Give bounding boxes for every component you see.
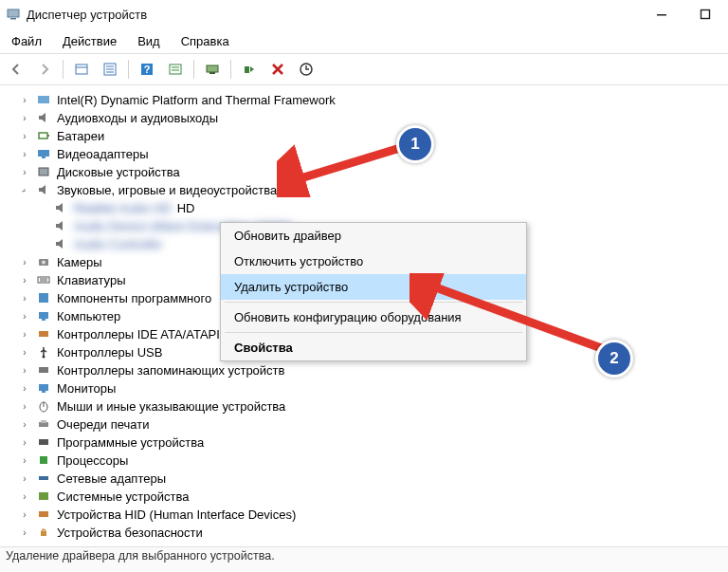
chevron-right-icon[interactable]: › (19, 437, 30, 448)
svg-rect-32 (42, 319, 46, 321)
svg-rect-24 (39, 168, 48, 175)
svg-rect-44 (39, 476, 48, 480)
svg-rect-12 (170, 65, 181, 74)
tree-node[interactable]: › Мониторы (19, 379, 728, 397)
system-device-icon (36, 489, 51, 504)
tree-node-label: Мониторы (57, 381, 116, 396)
details-button[interactable] (163, 57, 188, 82)
chevron-right-icon[interactable]: › (19, 149, 30, 159)
tree-node[interactable]: › Аудиовходы и аудиовыходы (19, 109, 728, 126)
minimize-button[interactable] (650, 3, 673, 26)
enable-device-button[interactable] (237, 57, 262, 82)
svg-rect-33 (39, 331, 48, 337)
tree-node-label-suffix: HD (177, 201, 195, 215)
menu-file[interactable]: Файл (8, 32, 46, 50)
battery-icon (36, 128, 51, 143)
chevron-right-icon[interactable]: › (19, 509, 30, 520)
toolbar-separator (193, 60, 194, 79)
tree-node[interactable]: › Процессоры (19, 452, 728, 469)
svg-rect-0 (8, 9, 19, 17)
monitor-icon (36, 380, 51, 396)
chevron-right-icon[interactable]: › (19, 113, 30, 123)
scan-hardware-button[interactable] (294, 57, 318, 82)
forward-button[interactable] (32, 57, 57, 82)
chevron-right-icon[interactable]: › (19, 329, 30, 340)
menu-action[interactable]: Действие (59, 32, 120, 50)
ctx-update-driver[interactable]: Обновить драйвер (221, 223, 526, 249)
svg-rect-1 (10, 18, 16, 20)
chevron-right-icon[interactable]: › (19, 257, 30, 268)
svg-rect-37 (42, 391, 46, 393)
tree-node[interactable]: › Сетевые адаптеры (19, 470, 728, 487)
update-driver-toolbar-button[interactable] (200, 57, 225, 82)
sound-device-icon (53, 218, 68, 233)
tree-node[interactable]: › Программные устройства (19, 434, 728, 451)
chevron-right-icon[interactable]: › (19, 527, 30, 538)
chevron-right-icon[interactable]: › (19, 275, 30, 286)
security-device-icon (36, 525, 51, 540)
svg-rect-2 (657, 14, 666, 16)
svg-rect-4 (76, 65, 87, 74)
svg-rect-46 (39, 511, 48, 517)
show-hidden-button[interactable] (69, 57, 94, 82)
chevron-right-icon[interactable]: › (19, 365, 30, 376)
chevron-right-icon[interactable]: › (19, 491, 30, 502)
properties-toolbar-button[interactable] (98, 57, 122, 82)
chevron-right-icon[interactable]: › (19, 455, 30, 466)
chevron-right-icon[interactable]: › (19, 401, 30, 412)
help-toolbar-button[interactable]: ? (135, 57, 159, 82)
tree-node-label: Realtek Audio HD (74, 201, 172, 215)
chevron-right-icon[interactable]: › (19, 473, 30, 484)
chevron-down-icon[interactable]: › (17, 182, 32, 197)
menubar: Файл Действие Вид Справка (0, 28, 728, 53)
svg-rect-27 (38, 277, 49, 283)
chevron-right-icon[interactable]: › (19, 293, 30, 304)
storage-controller-icon (36, 362, 51, 378)
tree-node-label: Дисковые устройства (57, 165, 180, 179)
annotation-badge-2: 2 (595, 340, 633, 378)
usb-controller-icon (36, 344, 51, 360)
tree-node-label: Сетевые адаптеры (57, 471, 166, 486)
uninstall-device-toolbar-button[interactable] (265, 57, 290, 82)
chevron-right-icon[interactable]: › (19, 311, 30, 322)
tree-node-label: Устройства HID (Human Interface Devices) (57, 507, 296, 522)
tree-child-node[interactable]: Realtek Audio HD HD (19, 199, 728, 216)
status-text: Удаление драйвера для выбранного устройс… (6, 549, 275, 563)
ctx-disable-device[interactable]: Отключить устройство (221, 249, 526, 274)
tree-node-label: Камеры (57, 255, 102, 269)
svg-rect-19 (38, 96, 49, 103)
disk-icon (36, 164, 51, 179)
toolbar-separator (63, 60, 64, 79)
svg-rect-31 (39, 312, 48, 319)
tree-node[interactable]: › Устройства HID (Human Interface Device… (19, 506, 728, 523)
tree-node-label: Клавиатуры (57, 273, 126, 287)
tree-node-label: Контроллеры IDE ATA/ATAPI (57, 327, 220, 341)
tree-node-label: Intel(R) Dynamic Platform and Thermal Fr… (57, 93, 336, 107)
tree-node-label: Процессоры (57, 453, 128, 468)
chevron-right-icon[interactable]: › (19, 131, 30, 141)
tree-node-label: Видеоадаптеры (57, 147, 149, 161)
titlebar: Диспетчер устройств (0, 0, 728, 28)
audio-io-icon (36, 110, 51, 125)
chevron-right-icon[interactable]: › (19, 347, 30, 358)
menu-view[interactable]: Вид (134, 32, 164, 50)
tree-node[interactable]: › Системные устройства (19, 488, 728, 505)
svg-point-26 (42, 261, 46, 265)
tree-node[interactable]: › Устройства безопасности (19, 524, 728, 541)
back-button[interactable] (4, 57, 28, 82)
svg-rect-47 (41, 531, 46, 536)
chevron-right-icon[interactable]: › (19, 167, 30, 177)
tree-node-label: Контроллеры запоминающих устройств (57, 363, 284, 378)
chevron-right-icon[interactable]: › (19, 95, 30, 105)
tree-node[interactable]: › Intel(R) Dynamic Platform and Thermal … (19, 91, 728, 108)
maximize-button[interactable] (694, 3, 717, 26)
tree-node[interactable]: › Мыши и иные указывающие устройства (19, 397, 728, 415)
software-device-icon (36, 434, 51, 450)
chevron-right-icon[interactable]: › (19, 419, 30, 430)
chevron-right-icon[interactable]: › (19, 383, 30, 394)
menu-help[interactable]: Справка (177, 32, 233, 50)
software-component-icon (36, 290, 51, 305)
tree-node-label: Устройства безопасности (57, 526, 203, 540)
tree-node[interactable]: › Очереди печати (19, 415, 728, 433)
svg-rect-35 (39, 367, 48, 373)
